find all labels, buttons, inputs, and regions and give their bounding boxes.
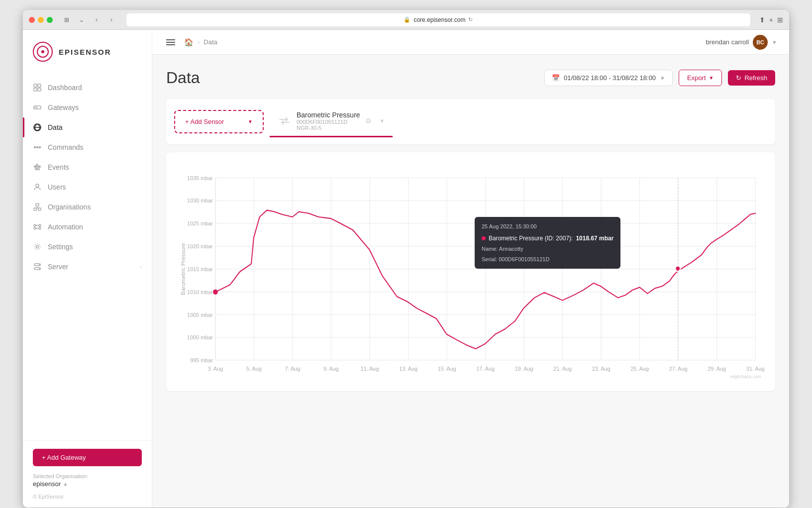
forward-button[interactable]: › [105, 14, 117, 26]
sensor-settings-icon[interactable]: ⚙ [365, 117, 372, 125]
sidebar-item-users[interactable]: Users [23, 177, 152, 197]
breadcrumb: 🏠 › Data [184, 38, 217, 47]
logo-text: EPISENSOR [59, 48, 111, 56]
date-range-text: 01/08/22 18:00 - 31/08/22 18:00 [564, 74, 656, 82]
calendar-icon: 📅 [552, 74, 560, 82]
username: brendan carroll [706, 38, 749, 46]
data-icon [33, 123, 42, 132]
settings-icon [33, 242, 42, 251]
sidebar-item-dashboard[interactable]: Dashboard [23, 78, 152, 98]
sidebar-item-server[interactable]: Server › [23, 257, 152, 277]
export-button[interactable]: Export ▼ [679, 70, 722, 86]
svg-text:1015 mbar: 1015 mbar [187, 266, 213, 272]
add-gateway-label: + Add Gateway [42, 454, 86, 461]
breadcrumb-current: Data [203, 38, 217, 46]
svg-rect-14 [36, 203, 39, 206]
sidebar-item-commands[interactable]: Commands [23, 137, 152, 157]
copyright: © EpiSensor [33, 494, 142, 500]
sidebar: EPISENSOR Dashboard [23, 30, 152, 508]
address-bar[interactable]: 🔒 core.episensor.com ↻ [126, 13, 750, 26]
sensor-name: Barometric Pressure [297, 111, 360, 119]
svg-text:1025 mbar: 1025 mbar [187, 220, 213, 226]
page-header: Data 📅 01/08/22 18:00 - 31/08/22 18:00 ▼… [166, 69, 775, 87]
svg-rect-3 [38, 88, 41, 91]
logo-inner [37, 46, 49, 58]
sidebar-item-events-label: Events [48, 163, 69, 171]
minimize-button[interactable] [38, 17, 44, 23]
sidebar-item-events[interactable]: Events [23, 157, 152, 177]
data-point [675, 266, 680, 271]
org-name-text: episensor [33, 480, 61, 488]
svg-text:1035 mbar: 1035 mbar [187, 175, 213, 181]
refresh-icon: ↻ [736, 74, 741, 82]
transfer-icon [278, 114, 292, 128]
refresh-label: Refresh [744, 74, 767, 82]
sensor-chevron-icon[interactable]: ▼ [380, 118, 385, 124]
logo-dot [41, 50, 44, 53]
sidebar-item-settings[interactable]: Settings [23, 237, 152, 257]
org-chevron-icon: ▲ [63, 481, 68, 487]
breadcrumb-separator: › [198, 38, 200, 46]
server-chevron: › [140, 264, 142, 270]
svg-point-31 [39, 268, 40, 269]
svg-point-20 [39, 224, 41, 226]
svg-text:1005 mbar: 1005 mbar [187, 311, 213, 317]
date-range-picker[interactable]: 📅 01/08/22 18:00 - 31/08/22 18:00 ▼ [544, 70, 673, 86]
url-text: core.episensor.com [413, 16, 465, 23]
svg-point-27 [36, 246, 39, 248]
export-label: Export [687, 74, 706, 82]
start-point [213, 290, 218, 295]
svg-text:11. Aug: 11. Aug [361, 366, 379, 372]
highcharts-credits: Highcharts.com [730, 374, 761, 379]
add-gateway-button[interactable]: + Add Gateway [33, 449, 142, 466]
sidebar-toggle-2[interactable]: ⌄ [76, 14, 88, 26]
sidebar-item-data-label: Data [48, 123, 63, 131]
svg-text:31. Aug: 31. Aug [746, 366, 765, 372]
svg-text:23. Aug: 23. Aug [592, 366, 610, 372]
reload-icon[interactable]: ↻ [468, 16, 473, 23]
sidebar-item-commands-label: Commands [48, 143, 84, 151]
sidebar-item-automation[interactable]: Automation [23, 217, 152, 237]
main-content: 🏠 › Data brendan carroll BC ▼ [152, 30, 789, 508]
svg-text:1020 mbar: 1020 mbar [187, 243, 213, 249]
breadcrumb-home[interactable]: 🏠 [184, 38, 194, 47]
svg-point-9 [37, 147, 38, 148]
svg-text:7. Aug: 7. Aug [285, 366, 301, 372]
chart-svg: .grid-line { stroke: #e8e8e8; stroke-wid… [176, 162, 765, 381]
sensor-card[interactable]: Barometric Pressure 000D6F001055121D NGR… [270, 106, 393, 137]
gateways-icon [33, 103, 42, 112]
top-bar: 🏠 › Data brendan carroll BC ▼ [152, 30, 789, 55]
svg-text:1010 mbar: 1010 mbar [187, 289, 213, 295]
traffic-lights [29, 17, 53, 23]
share-icon[interactable]: ⬆ [759, 16, 765, 24]
close-button[interactable] [29, 17, 35, 23]
svg-rect-2 [34, 88, 37, 91]
sidebar-toggle[interactable]: ⊞ [61, 14, 73, 26]
sidebar-item-organisations[interactable]: Organisations [23, 197, 152, 217]
refresh-button[interactable]: ↻ Refresh [728, 70, 775, 86]
user-chevron-icon[interactable]: ▼ [772, 39, 777, 45]
svg-text:17. Aug: 17. Aug [476, 366, 495, 372]
sidebar-item-organisations-label: Organisations [48, 203, 91, 211]
header-controls: 📅 01/08/22 18:00 - 31/08/22 18:00 ▼ Expo… [544, 70, 775, 86]
sidebar-item-data[interactable]: Data [23, 117, 152, 137]
maximize-button[interactable] [47, 17, 53, 23]
new-tab-icon[interactable]: + [769, 16, 773, 24]
svg-text:13. Aug: 13. Aug [399, 366, 417, 372]
back-button[interactable]: ‹ [91, 14, 102, 26]
svg-point-10 [34, 147, 36, 148]
svg-text:1030 mbar: 1030 mbar [187, 198, 213, 203]
sidebar-item-users-label: Users [48, 183, 66, 191]
hamburger-menu[interactable] [164, 37, 177, 48]
page-inner: Data 📅 01/08/22 18:00 - 31/08/22 18:00 ▼… [152, 55, 789, 405]
svg-point-21 [34, 227, 36, 229]
automation-icon [33, 222, 42, 231]
org-name[interactable]: episensor ▲ [33, 480, 142, 488]
commands-icon [33, 143, 42, 152]
add-sensor-card[interactable]: + Add Sensor ▼ [174, 110, 264, 133]
avatar-initials: BC [756, 39, 764, 45]
grid-icon[interactable]: ⊞ [777, 16, 783, 24]
svg-text:3. Aug: 3. Aug [208, 366, 223, 372]
organisations-icon [33, 203, 42, 211]
sidebar-item-gateways[interactable]: Gateways [23, 98, 152, 117]
